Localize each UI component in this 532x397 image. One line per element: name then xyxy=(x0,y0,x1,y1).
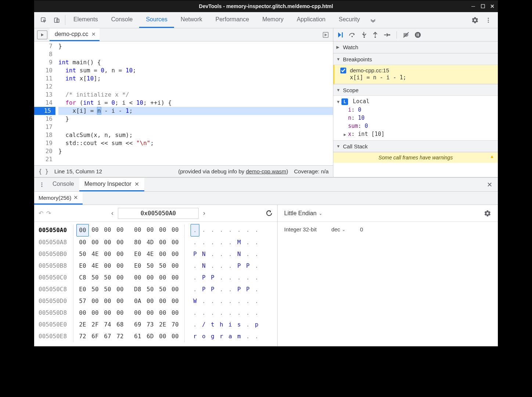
local-badge-icon: L xyxy=(341,98,348,105)
chevron-down-icon: ▼ xyxy=(336,88,341,92)
hex-row[interactable]: 005050A00000000000000000........ xyxy=(39,224,274,237)
interpretation-row: Integer 32-bit dec ⌄ 0 xyxy=(284,226,491,232)
address-input[interactable] xyxy=(118,208,199,219)
tab-performance[interactable]: Performance xyxy=(209,12,256,28)
drawer-close-icon[interactable]: ✕ xyxy=(483,178,496,191)
coverage-label: Coverage: n/a xyxy=(294,168,329,174)
close-icon[interactable]: ✕ xyxy=(490,4,495,9)
debug-info-source: (provided via debug info by demo-cpp.was… xyxy=(178,168,288,174)
memory-tabstrip: Memory(256) ✕ xyxy=(34,192,498,205)
tab-memory[interactable]: Memory xyxy=(256,12,290,28)
tab-security[interactable]: Security xyxy=(332,12,366,28)
hex-row[interactable]: 005050C8E0505000D8505000.PP..PP. xyxy=(39,284,274,295)
hex-row[interactable]: 005050B8E04E0000E0505000.N...PP. xyxy=(39,260,274,272)
hex-row[interactable]: 005050E8726F6772616D0000rogram.. xyxy=(39,331,274,342)
hex-viewer: ↶ ↷ ‹ › 005050A00000000000000000........… xyxy=(34,205,278,346)
file-tab-demo-cpp[interactable]: demo-cpp.cc ✕ xyxy=(50,28,99,41)
close-icon[interactable]: ✕ xyxy=(91,31,96,37)
redo-icon[interactable]: ↷ xyxy=(46,210,51,217)
chevron-down-icon: ▼ xyxy=(336,144,341,148)
step-out-icon[interactable] xyxy=(372,32,378,38)
debugger-sidebar: ▶ Watch ▼ Breakpoints demo-cpp.cc:15 x[i… xyxy=(333,28,498,177)
wasm-link[interactable]: demo-cpp.wasm xyxy=(246,168,286,174)
resume-icon[interactable] xyxy=(337,32,344,38)
section-scope[interactable]: ▼ Scope xyxy=(333,84,498,96)
inspect-icon[interactable] xyxy=(37,12,50,28)
kebab-menu-icon[interactable] xyxy=(482,12,495,28)
svg-point-18 xyxy=(41,186,43,187)
value-interpreter: Little Endian ⌄ Integer 32-bit dec xyxy=(278,205,498,346)
settings-icon[interactable] xyxy=(468,12,482,28)
hex-row[interactable]: 005050D0570000000A000000W....... xyxy=(39,295,274,307)
format-selector[interactable]: dec ⌄ xyxy=(331,226,345,232)
scope-var-i[interactable]: i: 0 xyxy=(337,106,495,114)
window-title: DevTools - memory-inspector.glitch.me/de… xyxy=(199,3,333,9)
scope-var-sum[interactable]: sum: 0 xyxy=(337,122,495,130)
section-watch[interactable]: ▶ Watch xyxy=(333,41,498,53)
pause-on-exceptions-icon[interactable] xyxy=(415,32,421,38)
svg-point-4 xyxy=(488,19,489,21)
type-label: Integer 32-bit xyxy=(284,226,316,232)
chevron-down-icon: ▼ xyxy=(336,57,341,61)
breakpoint-label: demo-cpp.cc:15 xyxy=(350,67,389,73)
settings-icon[interactable] xyxy=(484,210,491,217)
endianness-selector[interactable]: Little Endian ⌄ xyxy=(284,210,322,217)
maximize-icon[interactable]: ☐ xyxy=(480,4,485,9)
tab-application[interactable]: Application xyxy=(290,12,332,28)
svg-point-11 xyxy=(389,34,390,36)
chevron-down-icon: ⌄ xyxy=(319,211,322,216)
memory-tab[interactable]: Memory(256) ✕ xyxy=(34,192,83,205)
open-file-icon[interactable] xyxy=(320,28,332,41)
hex-row[interactable]: 005050D80000000000000000........ xyxy=(39,307,274,319)
svg-point-3 xyxy=(488,18,489,19)
drawer-tab-memory-inspector[interactable]: Memory Inspector ✕ xyxy=(79,178,144,191)
step-icon[interactable] xyxy=(383,32,391,38)
prev-page-icon[interactable]: ‹ xyxy=(108,209,116,217)
deactivate-breakpoints-icon[interactable] xyxy=(403,32,409,38)
svg-point-8 xyxy=(351,36,353,37)
drawer-tab-console[interactable]: Console xyxy=(47,178,79,191)
tab-elements[interactable]: Elements xyxy=(67,12,105,28)
hex-row[interactable]: 005050B0504E0000E04E0000PN...N.. xyxy=(39,248,274,260)
drawer-menu-icon[interactable] xyxy=(36,178,47,191)
step-over-icon[interactable] xyxy=(349,32,356,38)
scope-var-n[interactable]: n: 10 xyxy=(337,114,495,122)
svg-point-13 xyxy=(415,32,421,38)
tab-console[interactable]: Console xyxy=(105,12,140,28)
step-into-icon[interactable] xyxy=(361,32,367,38)
debugger-toolbar xyxy=(333,28,498,41)
svg-rect-1 xyxy=(54,18,58,22)
tab-network[interactable]: Network xyxy=(174,12,209,28)
more-tabs-icon[interactable] xyxy=(366,12,380,28)
tab-sources[interactable]: Sources xyxy=(139,12,174,28)
section-breakpoints[interactable]: ▼ Breakpoints xyxy=(333,53,498,65)
chevron-down-icon: ⌄ xyxy=(342,227,345,232)
hex-row[interactable]: 005050C0C850500000000000.PP..... xyxy=(39,272,274,284)
minimize-icon[interactable]: ─ xyxy=(471,4,476,9)
svg-point-5 xyxy=(488,21,489,22)
code-editor[interactable]: 789101112131415161718192021 }int main() … xyxy=(34,41,333,165)
device-toggle-icon[interactable] xyxy=(50,12,64,28)
main-tabstrip: ElementsConsoleSourcesNetworkPerformance… xyxy=(34,12,498,28)
interpretation-value: 0 xyxy=(360,226,363,232)
svg-rect-14 xyxy=(417,33,417,36)
undo-icon[interactable]: ↶ xyxy=(39,210,43,217)
breakpoint-item[interactable]: demo-cpp.cc:15 x[i] = n - i - 1; xyxy=(333,65,498,84)
breakpoint-checkbox[interactable] xyxy=(340,68,346,73)
call-stack-warning: Some call frames have warnings xyxy=(333,152,498,163)
next-page-icon[interactable]: › xyxy=(200,209,208,217)
hex-row[interactable]: 005050A800000000804D0000.....M.. xyxy=(39,237,274,248)
svg-point-10 xyxy=(374,36,376,38)
close-icon[interactable]: ✕ xyxy=(73,194,78,201)
close-icon[interactable]: ✕ xyxy=(134,181,139,188)
refresh-icon[interactable] xyxy=(265,210,273,217)
breakpoint-code: x[i] = n - i - 1; xyxy=(340,74,494,81)
hex-row[interactable]: 005050E02E2F746869732E70./this.p xyxy=(39,319,274,331)
status-bar: { } Line 15, Column 12 (provided via deb… xyxy=(34,165,333,177)
navigator-toggle-icon[interactable] xyxy=(37,30,47,39)
section-call-stack[interactable]: ▼ Call Stack xyxy=(333,140,498,152)
svg-rect-15 xyxy=(418,33,419,36)
line-column: Line 15, Column 12 xyxy=(54,168,102,174)
svg-rect-7 xyxy=(342,32,343,37)
braces-icon[interactable]: { } xyxy=(39,168,48,175)
